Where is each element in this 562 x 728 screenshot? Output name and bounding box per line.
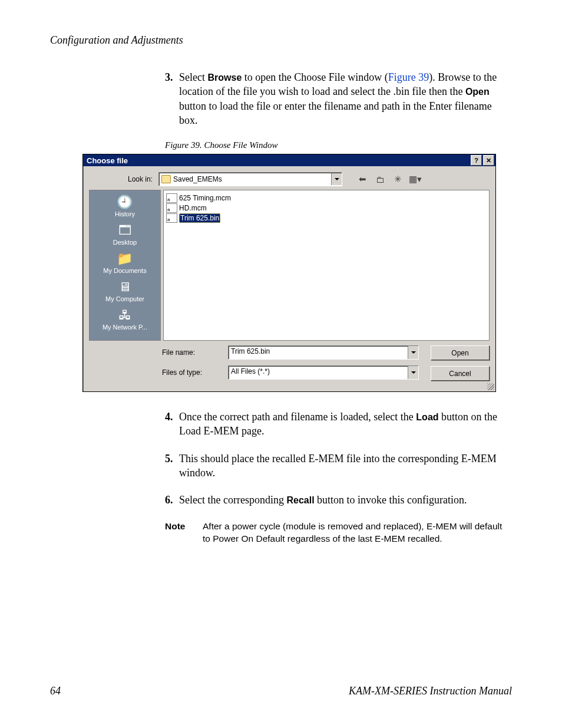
chevron-down-icon[interactable] (408, 366, 418, 379)
file-name: Trim 625.bin (179, 213, 220, 223)
text: Select the corresponding (179, 494, 286, 506)
history-icon: 🕘 (115, 194, 134, 210)
choose-file-dialog: Choose file ? ✕ Look in: Saved_EMEMs ⬅ 🗀… (82, 154, 496, 392)
step-number: 4. (165, 410, 179, 439)
files-of-type-select[interactable]: All Files (*.*) (228, 365, 419, 380)
text: Once the correct path and filename is lo… (179, 411, 416, 423)
dialog-title: Choose file (84, 156, 470, 165)
page-number: 64 (50, 685, 61, 697)
open-button[interactable]: Open (431, 345, 490, 360)
places-my-network[interactable]: 🖧My Network P... (103, 307, 147, 331)
label: My Computer (105, 295, 144, 302)
places-my-documents[interactable]: 📁My Documents (103, 251, 146, 274)
text: Select (179, 71, 207, 83)
open-label: Open (465, 87, 490, 97)
places-my-computer[interactable]: 🖥My Computer (105, 279, 144, 302)
file-item-selected[interactable]: aTrim 625.bin (166, 213, 487, 223)
text: button to invoke this configuration. (315, 494, 467, 506)
files-of-type-label: Files of type: (162, 368, 228, 377)
label: My Network P... (103, 324, 147, 331)
step-4: 4. Once the correct path and filename is… (165, 410, 512, 439)
note-text: After a power cycle (module is removed a… (203, 521, 512, 545)
chevron-down-icon[interactable] (408, 346, 418, 359)
titlebar: Choose file ? ✕ (83, 154, 495, 166)
close-button[interactable]: ✕ (483, 155, 494, 166)
places-bar: 🕘History 🗔Desktop 📁My Documents 🖥My Comp… (89, 190, 161, 341)
text: button to load the file or enter the fil… (179, 100, 492, 126)
note-label: Note (165, 521, 203, 545)
file-item[interactable]: aHD.mcm (166, 203, 487, 213)
help-button[interactable]: ? (471, 155, 482, 166)
recall-label: Recall (286, 495, 314, 505)
files-of-type-value: All Files (*.*) (229, 366, 408, 379)
label: My Documents (103, 267, 146, 274)
step-number: 6. (165, 493, 179, 507)
figure-caption: Figure 39. Choose File Window (165, 140, 512, 150)
cancel-button[interactable]: Cancel (431, 366, 490, 381)
file-name-value: Trim 625.bin (229, 346, 408, 359)
file-name-input[interactable]: Trim 625.bin (228, 345, 419, 360)
step-number: 5. (165, 452, 179, 480)
running-head: Configuration and Adjustments (50, 34, 512, 47)
file-icon: a (166, 203, 177, 213)
places-history[interactable]: 🕘History (115, 194, 135, 218)
step-3: 3. Select Browse to open the Choose File… (165, 70, 512, 127)
step-6: 6. Select the corresponding Recall butto… (165, 493, 512, 507)
file-list[interactable]: a625 Timing.mcm aHD.mcm aTrim 625.bin (163, 190, 490, 341)
network-icon: 🖧 (115, 307, 134, 324)
note: Note After a power cycle (module is remo… (165, 521, 512, 545)
look-in-value: Saved_EMEMs (173, 175, 331, 183)
file-icon: a (166, 193, 177, 203)
text: This should place the recalled E-MEM fil… (179, 452, 512, 480)
label: Desktop (113, 239, 137, 246)
back-icon[interactable]: ⬅ (356, 173, 368, 185)
file-icon: a (166, 213, 177, 223)
chevron-down-icon[interactable] (331, 173, 342, 185)
text: to open the Choose File window ( (242, 71, 388, 83)
file-item[interactable]: a625 Timing.mcm (166, 193, 487, 203)
manual-title: KAM-XM-SERIES Instruction Manual (349, 685, 512, 697)
computer-icon: 🖥 (115, 279, 134, 295)
file-name-label: File name: (162, 348, 228, 357)
load-label: Load (416, 412, 438, 422)
up-one-level-icon[interactable]: 🗀 (374, 173, 386, 185)
file-name: 625 Timing.mcm (179, 194, 231, 202)
places-desktop[interactable]: 🗔Desktop (113, 222, 137, 246)
new-folder-icon[interactable]: ✳ (392, 173, 404, 185)
documents-icon: 📁 (115, 251, 134, 267)
look-in-label: Look in: (88, 175, 158, 183)
label: History (115, 210, 135, 218)
browse-label: Browse (207, 73, 242, 83)
look-in-combo[interactable]: Saved_EMEMs (158, 172, 342, 186)
step-5: 5. This should place the recalled E-MEM … (165, 452, 512, 480)
step-number: 3. (165, 70, 179, 127)
desktop-icon: 🗔 (115, 222, 134, 239)
folder-icon (161, 175, 171, 183)
file-name: HD.mcm (179, 204, 207, 212)
figure-reference-link[interactable]: Figure 39 (388, 71, 429, 83)
view-menu-icon[interactable]: ▦▾ (409, 173, 421, 185)
